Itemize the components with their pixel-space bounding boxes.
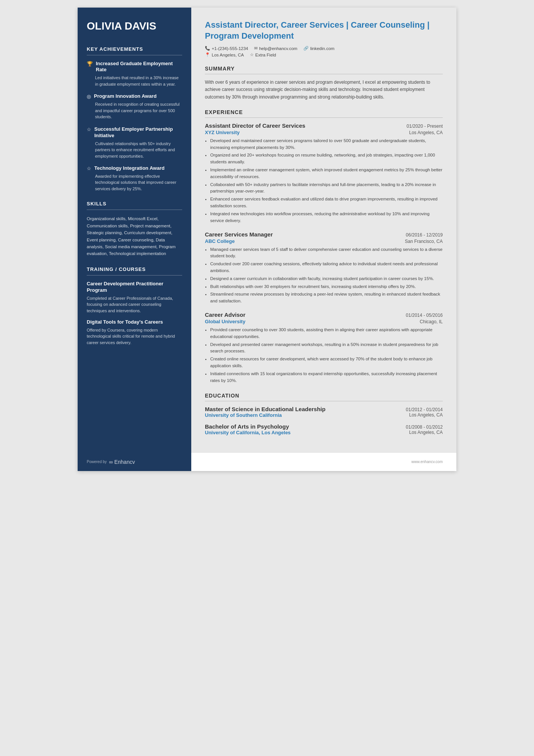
bullet-2-4: Built relationships with over 30 employe… [210, 283, 443, 290]
exp-bullets-2: Managed career services team of 5 staff … [205, 246, 443, 305]
job-title: Assistant Director, Career Services | Ca… [205, 20, 443, 41]
education-divider [205, 401, 443, 401]
achievement-desc-2: Received in recognition of creating succ… [87, 101, 182, 120]
key-achievements-title: KEY ACHIEVEMENTS [87, 46, 182, 52]
bullet-1-4: Collaborated with 50+ industry partners … [210, 182, 443, 195]
exp-role-3: Career Advisor [205, 311, 245, 318]
achievement-item-4: ☆ Technology Integration Award Awarded f… [87, 165, 182, 192]
bullet-1-3: Implemented an online career management … [210, 167, 443, 180]
star-icon-2: ☆ [87, 166, 91, 171]
training-desc-2: Offered by Coursera, covering modern tec… [87, 327, 182, 346]
edu-location-2: Los Angeles, CA [409, 430, 443, 435]
linkedin-text: linkedin.com [310, 46, 334, 51]
sidebar: OLIVIA DAVIS KEY ACHIEVEMENTS 🏆 Increase… [78, 8, 191, 453]
exp-block-2: Career Services Manager 06/2016 - 12/201… [205, 231, 443, 305]
edu-dates-1: 01/2012 - 01/2014 [406, 407, 443, 412]
bullet-2-5: Streamlined resume review processes by i… [210, 291, 443, 305]
extra-text: Extra Field [255, 53, 276, 57]
summary-text: With over 6 years of experience in caree… [205, 79, 443, 101]
bullet-2-3: Designed a career curriculum in collabor… [210, 275, 443, 282]
summary-divider [205, 74, 443, 74]
edu-degree-1: Master of Science in Educational Leaders… [205, 406, 325, 412]
education-section-title: EDUCATION [205, 393, 443, 399]
achievement-desc-1: Led initiatives that resulted in a 30% i… [87, 75, 182, 87]
email-text: help@enhancv.com [259, 46, 297, 51]
exp-role-2: Career Services Manager [205, 231, 273, 238]
edu-school-2: University of California, Los Angeles [205, 430, 290, 435]
location-icon: 📍 [205, 52, 210, 57]
phone-text: +1-(234)-555-1234 [212, 46, 248, 51]
sidebar-footer: Powered by ∞ Enhancv [78, 453, 191, 471]
main-footer: www.enhancv.com [191, 453, 456, 471]
footer-url: www.enhancv.com [411, 460, 443, 464]
location-contact: 📍 Los Angeles, CA [205, 52, 244, 57]
achievement-title-2: Program Innovation Award [94, 93, 156, 100]
achievement-item-1: 🏆 Increased Graduate Employment Rate Led… [87, 61, 182, 88]
training-divider [87, 275, 182, 275]
training-title-2: Digital Tools for Today's Careers [87, 319, 182, 326]
exp-location-2: San Francisco, CA [405, 239, 443, 244]
bullet-1-1: Developed and maintained career services… [210, 138, 443, 151]
extra-contact: ☆ Extra Field [250, 52, 276, 57]
achievement-desc-4: Awarded for implementing effective techn… [87, 173, 182, 192]
link-icon: 🔗 [303, 46, 309, 51]
extra-icon: ☆ [250, 52, 254, 57]
powered-by-text: Powered by [87, 460, 107, 464]
exp-dates-3: 01/2014 - 05/2016 [406, 313, 443, 318]
edu-degree-2: Bachelor of Arts in Psychology [205, 423, 289, 430]
exp-company-2: ABC College [205, 238, 235, 244]
skills-text: Organizational skills, Microsoft Excel, … [87, 215, 182, 257]
bullet-1-2: Organized and led 20+ workshops focusing… [210, 152, 443, 166]
phone-icon: 📞 [205, 46, 210, 51]
training-item-2: Digital Tools for Today's Careers Offere… [87, 319, 182, 346]
exp-bullets-3: Provided career counseling to over 300 s… [205, 327, 443, 384]
skills-title: SKILLS [87, 201, 182, 207]
contact-row: 📞 +1-(234)-555-1234 ✉ help@enhancv.com 🔗… [205, 46, 443, 51]
bullet-1-5: Enhanced career services feedback evalua… [210, 196, 443, 210]
bullet-2-2: Conducted over 200 career coaching sessi… [210, 261, 443, 274]
bullet-3-1: Provided career counseling to over 300 s… [210, 327, 443, 340]
experience-divider [205, 117, 443, 118]
achievement-desc-3: Cultivated relationships with 50+ indust… [87, 141, 182, 160]
edu-location-1: Los Angeles, CA [409, 412, 443, 418]
training-title: TRAINING / COURSES [87, 266, 182, 272]
exp-block-3: Career Advisor 01/2014 - 05/2016 Global … [205, 311, 443, 384]
award-icon: ◎ [87, 94, 91, 99]
bullet-3-3: Created online resources for career deve… [210, 356, 443, 369]
summary-section-title: SUMMARY [205, 66, 443, 72]
resume-footer: Powered by ∞ Enhancv www.enhancv.com [78, 453, 456, 471]
email-contact: ✉ help@enhancv.com [254, 46, 297, 51]
edu-block-2: Bachelor of Arts in Psychology 01/2008 -… [205, 423, 443, 435]
bullet-2-1: Managed career services team of 5 staff … [210, 246, 443, 260]
star-icon-1: ☆ [87, 127, 91, 132]
edu-school-1: University of Southern California [205, 412, 282, 418]
achievement-title-3: Successful Employer Partnership Initiati… [94, 126, 182, 139]
exp-bullets-1: Developed and maintained career services… [205, 138, 443, 224]
experience-section-title: EXPERIENCE [205, 109, 443, 115]
training-desc-1: Completed at Career Professionals of Can… [87, 295, 182, 314]
edu-dates-2: 01/2008 - 01/2012 [406, 424, 443, 430]
edu-block-1: Master of Science in Educational Leaders… [205, 406, 443, 418]
exp-company-3: Global University [205, 319, 245, 324]
training-title-1: Career Development Practitioner Program [87, 281, 182, 294]
skills-divider [87, 210, 182, 210]
bullet-3-2: Developed and presented career managemen… [210, 341, 443, 355]
contact-row-2: 📍 Los Angeles, CA ☆ Extra Field [205, 52, 443, 57]
exp-location-1: Los Angeles, CA [409, 130, 443, 135]
location-text: Los Angeles, CA [212, 53, 244, 57]
exp-block-1: Assistant Director of Career Services 01… [205, 122, 443, 224]
phone-contact: 📞 +1-(234)-555-1234 [205, 46, 248, 51]
bullet-1-6: Integrated new technologies into workflo… [210, 211, 443, 224]
exp-role-1: Assistant Director of Career Services [205, 122, 305, 129]
main-content: Assistant Director, Career Services | Ca… [191, 8, 456, 453]
achievement-item-3: ☆ Successful Employer Partnership Initia… [87, 126, 182, 159]
enhancv-logo: ∞ Enhancv [109, 459, 135, 465]
exp-company-1: XYZ University [205, 130, 240, 135]
exp-location-3: Chicago, IL [420, 319, 443, 324]
bullet-3-4: Initiated connections with 15 local orga… [210, 371, 443, 384]
achievement-title-1: Increased Graduate Employment Rate [96, 61, 182, 74]
exp-dates-1: 01/2020 - Present [407, 124, 443, 129]
achievement-item-2: ◎ Program Innovation Award Received in r… [87, 93, 182, 120]
training-item-1: Career Development Practitioner Program … [87, 281, 182, 314]
trophy-icon: 🏆 [87, 61, 93, 67]
